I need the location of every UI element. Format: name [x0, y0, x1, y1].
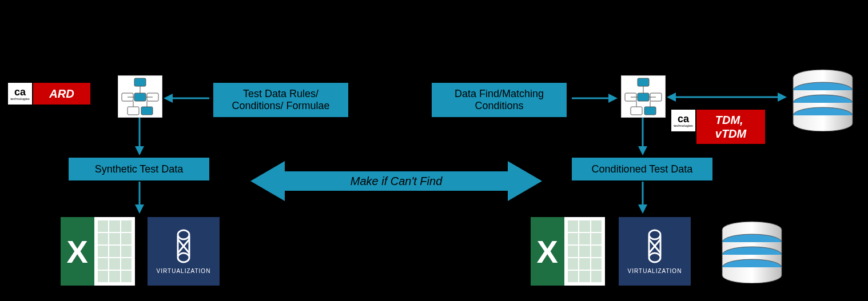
ca-logo-sub: technologies: [10, 97, 30, 101]
conditioned-box-text: Conditioned Test Data: [592, 163, 693, 175]
arrow-rules-to-flowchart: [164, 93, 212, 104]
excel-grid-right: [564, 217, 606, 286]
tdm-badge: TDM, vTDM: [696, 110, 765, 144]
database-icon-bottom: [718, 220, 786, 283]
svg-point-18: [178, 253, 189, 262]
arrow-matching-to-flowchart: [570, 93, 618, 104]
rules-box-text: Test Data Rules/ Conditions/ Formulae: [232, 88, 329, 112]
excel-icon-right: X: [531, 217, 605, 286]
arrow-conditioned-down: [637, 182, 648, 214]
rules-box: Test Data Rules/ Conditions/ Formulae: [213, 83, 348, 117]
flowchart-icon-left: [118, 75, 162, 118]
virt-label-left: VIRTUALIZATION: [157, 268, 211, 274]
arrow-flowchart-down-left: [134, 118, 145, 155]
svg-point-17: [178, 230, 189, 239]
arrow-flowchart-db: [667, 91, 787, 103]
svg-rect-2: [134, 93, 146, 101]
excel-icon-left: X: [61, 217, 135, 286]
svg-marker-12: [164, 94, 173, 103]
virt-label-right: VIRTUALIZATION: [628, 268, 682, 274]
tdm-label: TDM, vTDM: [715, 113, 746, 141]
excel-x-right: X: [531, 217, 564, 286]
conditioned-box: Conditioned Test Data: [572, 158, 712, 180]
matching-box: Data Find/Matching Conditions: [432, 83, 567, 117]
arrow-flowchart-down-right: [637, 118, 648, 155]
ard-label: ARD: [49, 87, 74, 101]
matching-box-text: Data Find/Matching Conditions: [455, 88, 544, 112]
svg-marker-16: [135, 204, 144, 214]
svg-point-48: [649, 230, 660, 239]
svg-rect-0: [134, 78, 146, 86]
svg-marker-45: [638, 146, 647, 155]
svg-rect-31: [644, 107, 656, 115]
svg-marker-25: [608, 94, 618, 103]
ard-badge: ARD: [33, 83, 90, 105]
virtualization-icon-left: VIRTUALIZATION: [148, 217, 220, 286]
ca-logo-left: ca technologies: [8, 83, 32, 105]
excel-grid-left: [94, 217, 136, 286]
synthetic-box: Synthetic Test Data: [69, 158, 209, 180]
svg-marker-43: [778, 93, 787, 102]
ca-logo-text-right: ca: [678, 114, 689, 124]
svg-rect-28: [638, 93, 649, 101]
svg-point-49: [649, 253, 660, 262]
svg-rect-5: [141, 107, 153, 115]
make-if-cant-find-arrow: Make if Can't Find: [250, 161, 542, 201]
ca-logo-text: ca: [14, 87, 26, 97]
svg-rect-4: [128, 107, 139, 115]
excel-x-left: X: [61, 217, 94, 286]
ca-logo-sub-right: technologies: [674, 124, 693, 127]
svg-marker-42: [667, 93, 676, 102]
synthetic-box-text: Synthetic Test Data: [95, 163, 184, 175]
virtualization-icon-right: VIRTUALIZATION: [619, 217, 691, 286]
svg-rect-30: [631, 107, 642, 115]
svg-rect-26: [638, 78, 649, 86]
make-if-cant-find-text: Make if Can't Find: [351, 175, 443, 188]
svg-marker-14: [135, 146, 144, 155]
svg-marker-47: [638, 204, 647, 214]
flowchart-icon-right: [621, 75, 666, 118]
arrow-synthetic-down: [134, 182, 145, 214]
ca-logo-right: ca technologies: [671, 110, 695, 131]
database-icon-top: [789, 69, 857, 131]
